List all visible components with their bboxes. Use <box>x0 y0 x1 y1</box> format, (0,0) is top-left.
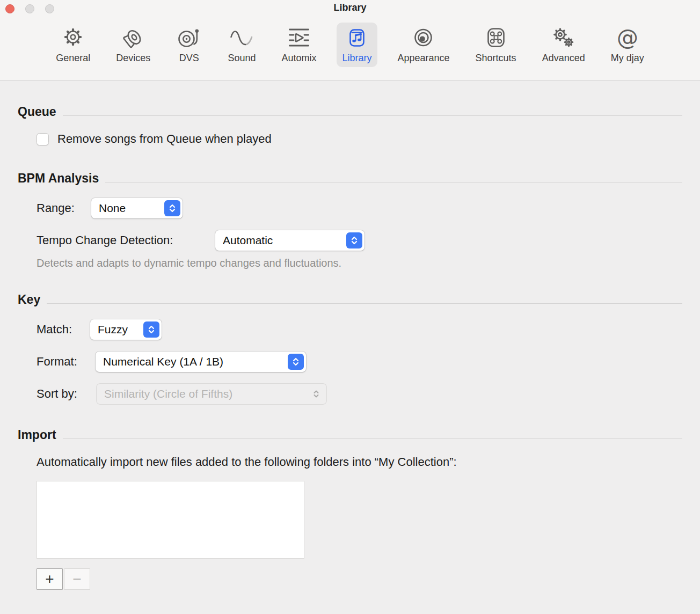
automix-playlist-icon <box>286 25 312 51</box>
section-title: Key <box>18 292 40 307</box>
sine-wave-icon <box>229 25 254 51</box>
toolbar-item-appearance[interactable]: Appearance <box>392 23 455 67</box>
range-label: Range: <box>37 201 91 215</box>
remove-folder-button: − <box>64 568 90 590</box>
key-match-select[interactable]: Fuzzy <box>90 319 162 340</box>
toolbar-label: Library <box>342 53 371 64</box>
chevron-updown-icon <box>308 386 324 402</box>
toolbar-label: Sound <box>228 53 256 64</box>
music-library-icon <box>344 25 370 51</box>
key-match-label: Match: <box>37 323 90 337</box>
section-divider <box>63 115 682 116</box>
toolbar-item-advanced[interactable]: Advanced <box>537 23 590 67</box>
import-description: Automatically import new files added to … <box>37 455 682 469</box>
section-import: Import <box>18 427 682 442</box>
toolbar-item-dvs[interactable]: DVS <box>171 23 207 67</box>
tempo-detection-label: Tempo Change Detection: <box>37 233 215 247</box>
toolbar-label: Advanced <box>542 53 585 64</box>
section-title: Queue <box>18 104 56 119</box>
titlebar: Library <box>0 0 700 19</box>
toolbar-item-my-djay[interactable]: @ My djay <box>606 23 650 67</box>
section-divider <box>105 182 682 182</box>
toolbar-label: DVS <box>179 53 199 64</box>
key-format-value: Numerical Key (1A / 1B) <box>103 355 223 368</box>
toolbar-label: Shortcuts <box>476 53 516 64</box>
section-key: Key <box>18 292 682 307</box>
key-format-label: Format: <box>37 355 96 369</box>
key-format-row: Format: Numerical Key (1A / 1B) <box>37 352 682 372</box>
key-match-row: Match: Fuzzy <box>37 319 682 340</box>
toolbar-item-general[interactable]: General <box>50 23 96 67</box>
chevron-updown-icon <box>164 200 180 216</box>
section-title: Import <box>18 427 56 442</box>
toolbar-item-sound[interactable]: Sound <box>222 23 261 67</box>
toolbar-item-automix[interactable]: Automix <box>276 23 322 67</box>
tempo-detection-row: Tempo Change Detection: Automatic <box>37 230 682 251</box>
add-folder-button[interactable]: + <box>37 568 63 590</box>
section-divider <box>47 303 682 304</box>
toolbar-label: Automix <box>281 53 316 64</box>
section-divider <box>63 438 682 439</box>
section-title: BPM Analysis <box>18 171 99 186</box>
gear-icon <box>60 25 86 51</box>
toolbar-label: My djay <box>611 53 644 64</box>
toolbar-item-library[interactable]: Library <box>337 23 377 67</box>
range-row: Range: None <box>37 198 682 218</box>
tempo-detection-helper-text: Detects and adapts to dynamic tempo chan… <box>37 257 682 269</box>
svg-text:@: @ <box>617 25 638 50</box>
section-queue: Queue <box>18 104 682 119</box>
range-value: None <box>99 202 126 215</box>
command-key-icon <box>483 25 509 51</box>
chevron-updown-icon <box>288 354 304 370</box>
remove-from-queue-row: Remove songs from Queue when played <box>37 132 682 146</box>
window-chrome: Library General <box>0 0 700 81</box>
section-bpm-analysis: BPM Analysis <box>18 171 682 186</box>
turntable-icon <box>176 25 202 51</box>
key-sort-value: Similarity (Circle of Fifths) <box>104 388 232 400</box>
appearance-eye-icon <box>411 25 436 51</box>
toolbar-label: Devices <box>116 53 150 64</box>
key-format-select[interactable]: Numerical Key (1A / 1B) <box>96 352 306 372</box>
key-match-value: Fuzzy <box>98 323 128 336</box>
toolbar-label: Appearance <box>398 53 450 64</box>
speaker-icon <box>120 25 146 51</box>
import-folders-list[interactable] <box>37 481 304 559</box>
library-preferences-pane: Queue Remove songs from Queue when playe… <box>0 104 700 590</box>
toolbar-item-shortcuts[interactable]: Shortcuts <box>470 23 522 67</box>
chevron-updown-icon <box>143 321 159 338</box>
window-title: Library <box>0 2 700 13</box>
toolbar-label: General <box>56 53 90 64</box>
key-sort-row: Sort by: Similarity (Circle of Fifths) <box>37 384 682 404</box>
range-select[interactable]: None <box>91 198 183 218</box>
key-sort-label: Sort by: <box>37 387 97 401</box>
key-sort-select-disabled: Similarity (Circle of Fifths) <box>97 384 326 404</box>
preferences-toolbar: General Devices DVS <box>0 19 700 80</box>
remove-from-queue-checkbox[interactable] <box>37 133 49 145</box>
checkbox-label: Remove songs from Queue when played <box>57 132 272 146</box>
toolbar-item-devices[interactable]: Devices <box>111 23 156 67</box>
chevron-updown-icon <box>346 232 362 248</box>
tempo-detection-value: Automatic <box>223 234 273 247</box>
tempo-detection-select[interactable]: Automatic <box>215 230 364 251</box>
gears-icon <box>551 25 577 51</box>
at-sign-icon: @ <box>615 25 640 51</box>
import-list-controls: + − <box>37 568 682 590</box>
